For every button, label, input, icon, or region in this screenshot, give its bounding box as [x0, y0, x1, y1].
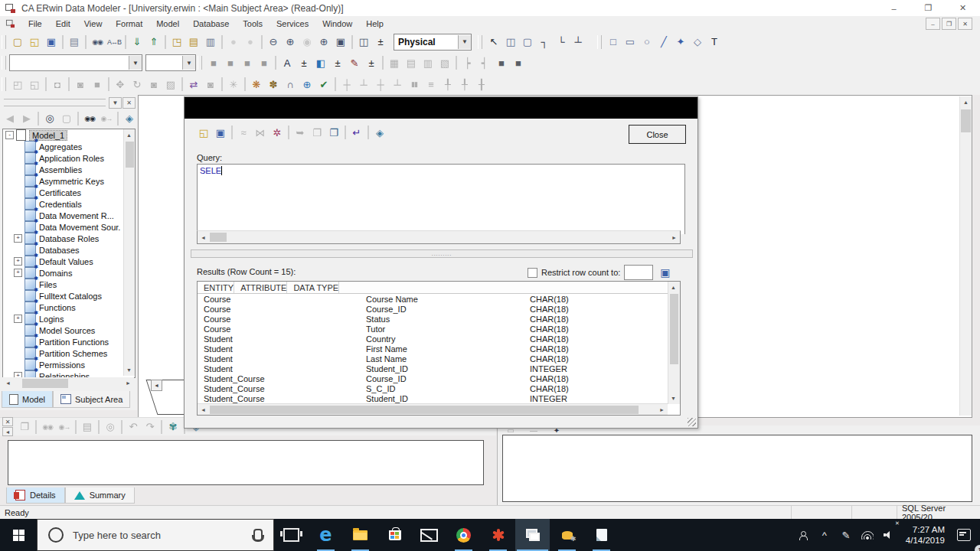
mdi-minimize-button[interactable]: – [926, 18, 940, 30]
show-keys-icon[interactable]: ▤ [403, 55, 420, 70]
table-row[interactable]: Student Student_ID INTEGER [198, 364, 680, 373]
preview-icon[interactable]: ◎ [102, 419, 119, 435]
menu-item[interactable]: Tools [236, 18, 270, 30]
move-entity-icon[interactable]: ◰ [9, 77, 26, 92]
separator[interactable] [75, 420, 77, 434]
separator[interactable] [261, 35, 263, 49]
open-query-icon[interactable]: ◱ [195, 125, 212, 140]
canvas-vertical-scrollbar[interactable]: ▲ [959, 96, 972, 416]
show-attributes-icon[interactable]: ▦ [386, 55, 403, 70]
table-row[interactable]: Student_Course Student_ID INTEGER [198, 393, 680, 403]
anchor-icon[interactable]: ✥ [112, 77, 129, 92]
tree-item[interactable]: + Default Values [3, 256, 135, 267]
tree-expander[interactable]: + [14, 234, 22, 243]
separator[interactable] [77, 112, 79, 126]
scroll-down-icon[interactable]: ▼ [124, 364, 134, 376]
menu-item[interactable]: Edit [49, 18, 77, 30]
separator[interactable] [108, 77, 109, 91]
db-sync-icon[interactable]: ⊕ [299, 77, 315, 92]
pane-collapse-icon[interactable]: ◂ [2, 427, 13, 436]
forward-icon[interactable]: ▶ [18, 111, 35, 126]
menu-item[interactable]: Format [109, 18, 149, 30]
scrollbar-thumb[interactable] [961, 109, 971, 132]
rounded-rect-tool-icon[interactable]: ▭ [622, 34, 639, 50]
tree-item[interactable]: Functions [3, 302, 135, 313]
find-next-icon[interactable]: ◉→ [98, 111, 115, 126]
separator[interactable] [181, 77, 183, 91]
color-well-icon[interactable]: ■ [222, 55, 239, 70]
separator[interactable] [165, 35, 166, 49]
restore-button[interactable]: ❐ [911, 0, 946, 16]
explorer-tab[interactable]: Subject Area [53, 391, 130, 408]
tree-item[interactable]: Partition Schemes [3, 347, 135, 359]
mdi-child-icon[interactable] [6, 20, 15, 28]
table-row[interactable]: Student First Name CHAR(18) [198, 344, 680, 354]
combo-dropdown-icon[interactable]: ▼ [182, 56, 195, 70]
query-editor[interactable]: SELE [197, 164, 685, 234]
tree-item[interactable]: + Logins [3, 313, 135, 324]
color-well-icon[interactable]: ■ [256, 55, 273, 70]
menu-item[interactable]: Model [149, 18, 186, 30]
report-browser-icon[interactable]: ▥ [202, 34, 219, 50]
center-icon[interactable]: ╂ [473, 77, 490, 92]
report-designer-icon[interactable]: ▤ [185, 34, 202, 50]
results-horizontal-scrollbar[interactable]: ◄ ► [198, 403, 668, 415]
font-color-icon[interactable]: A [279, 55, 296, 70]
tree-vertical-scrollbar[interactable]: ▲ ▼ [123, 129, 135, 376]
explorer-tab[interactable]: Model [2, 391, 53, 408]
color-well-icon[interactable]: ■ [205, 55, 222, 70]
column-header[interactable]: ATTRIBUTE [234, 282, 287, 293]
dark-tool-icon[interactable]: ■ [510, 55, 527, 70]
taskbar-item-erwin[interactable] [481, 519, 515, 551]
back-icon[interactable]: ◀ [2, 111, 18, 126]
restrict-count-input[interactable] [624, 265, 653, 280]
panel-handle[interactable] [4, 99, 106, 106]
mdi-close-button[interactable]: ✕ [958, 18, 972, 30]
taskbar-item-active-window[interactable] [515, 519, 550, 551]
tree-horizontal-scrollbar[interactable]: ◄ ► [2, 377, 134, 389]
display-level-caret-icon[interactable]: ± [372, 34, 389, 50]
toolbar-grip[interactable] [478, 35, 482, 49]
mdi-restore-button[interactable]: ❐ [942, 18, 956, 30]
panel-dropdown-icon[interactable]: ▼ [109, 97, 122, 109]
select-tool-icon[interactable]: ↖ [485, 34, 502, 50]
scroll-right-icon[interactable]: ► [122, 377, 134, 389]
column-header[interactable]: ENTITY [198, 282, 234, 293]
unlink-icon[interactable]: ◙ [202, 77, 219, 92]
block-dim-icon[interactable]: ■ [89, 77, 106, 92]
stored-display-icon[interactable]: ◳ [168, 34, 185, 50]
close-button[interactable]: Close [629, 125, 686, 144]
split-icon[interactable]: ┥ [476, 55, 493, 70]
paste-dim-icon[interactable]: ❐ [309, 125, 325, 140]
combo-dropdown-icon[interactable]: ▼ [129, 56, 142, 70]
pane-close-icon[interactable]: ✕ [2, 417, 13, 426]
save-results-icon[interactable]: ▣ [660, 266, 670, 279]
scroll-up-icon[interactable]: ▲ [668, 282, 678, 293]
find-icon[interactable]: ◉◉ [39, 419, 56, 435]
copy-pages-icon[interactable]: ❐ [16, 419, 33, 435]
pattern-icon[interactable]: ▨ [162, 77, 179, 92]
separator[interactable] [288, 126, 289, 139]
secondary-pane-content[interactable] [502, 435, 972, 502]
tree-item[interactable]: + Database Roles [3, 233, 135, 244]
query-horizontal-scrollbar[interactable]: ◄ ► [197, 230, 681, 244]
separator[interactable] [345, 126, 346, 139]
tree-expander[interactable]: - [5, 131, 14, 139]
restrict-checkbox[interactable] [528, 268, 537, 278]
font-size-combo[interactable]: ▼ [145, 54, 196, 71]
paste-icon[interactable]: ❐ [325, 125, 342, 140]
scroll-down-icon[interactable]: ▼ [668, 393, 678, 404]
zoom-dynamic-icon[interactable]: ◉ [299, 34, 315, 50]
dialog-resize-grip[interactable] [688, 418, 696, 426]
table-row[interactable]: Student Last Name CHAR(18) [198, 354, 680, 364]
filter-icon[interactable]: ✾ [165, 419, 181, 435]
volume-muted-icon[interactable]: ✕ [878, 519, 900, 551]
table-row[interactable]: Course Status CHAR(18) [198, 314, 680, 324]
taskbar-item-db-tool[interactable] [550, 519, 584, 551]
tree-root-item[interactable]: - Model_1 [3, 129, 135, 141]
link-icon[interactable]: ⇄ [185, 77, 202, 92]
scrollbar-thumb[interactable] [22, 379, 68, 388]
reverse-engineer-icon[interactable]: ✽ [265, 77, 282, 92]
tray-expand-icon[interactable]: ^ [814, 519, 835, 551]
rotate-icon[interactable]: ↻ [129, 77, 145, 92]
